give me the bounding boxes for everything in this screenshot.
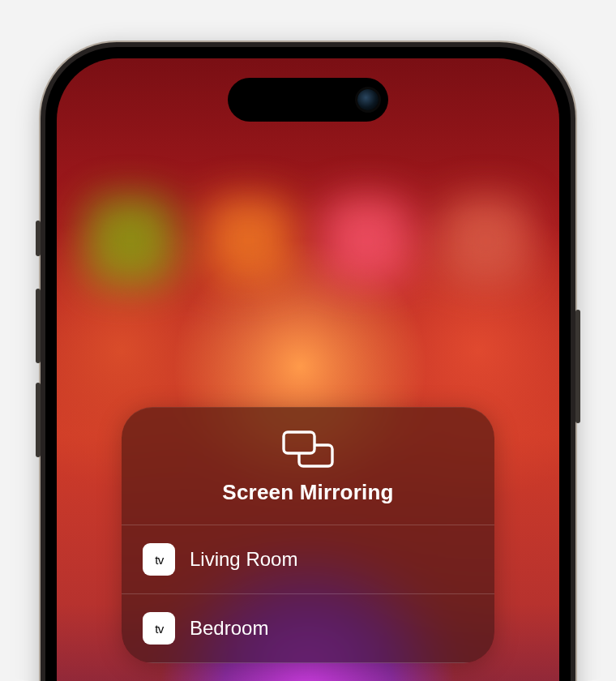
iphone-screen: Screen Mirroring tv Living Room tv Bedro… bbox=[57, 58, 559, 681]
mute-switch[interactable] bbox=[36, 221, 41, 256]
volume-up-button[interactable] bbox=[36, 289, 41, 363]
device-row-bedroom[interactable]: tv Bedroom bbox=[122, 594, 494, 662]
volume-down-button[interactable] bbox=[36, 383, 41, 457]
iphone-hardware-frame: Screen Mirroring tv Living Room tv Bedro… bbox=[41, 42, 575, 681]
screen-mirroring-icon bbox=[281, 430, 335, 469]
sheet-title: Screen Mirroring bbox=[222, 480, 393, 505]
device-label: Bedroom bbox=[190, 617, 268, 640]
front-camera-icon bbox=[357, 89, 379, 110]
divider bbox=[122, 662, 494, 663]
device-row-living-room[interactable]: tv Living Room bbox=[122, 525, 494, 593]
dynamic-island bbox=[228, 78, 388, 122]
device-label: Living Room bbox=[190, 548, 297, 571]
blurred-home-screen bbox=[57, 180, 559, 302]
screen-mirroring-sheet: Screen Mirroring tv Living Room tv Bedro… bbox=[122, 407, 494, 663]
svg-rect-0 bbox=[284, 432, 314, 453]
sheet-header: Screen Mirroring bbox=[122, 407, 494, 525]
side-button[interactable] bbox=[575, 310, 580, 423]
apple-tv-icon: tv bbox=[143, 543, 175, 576]
apple-tv-icon: tv bbox=[143, 612, 175, 645]
